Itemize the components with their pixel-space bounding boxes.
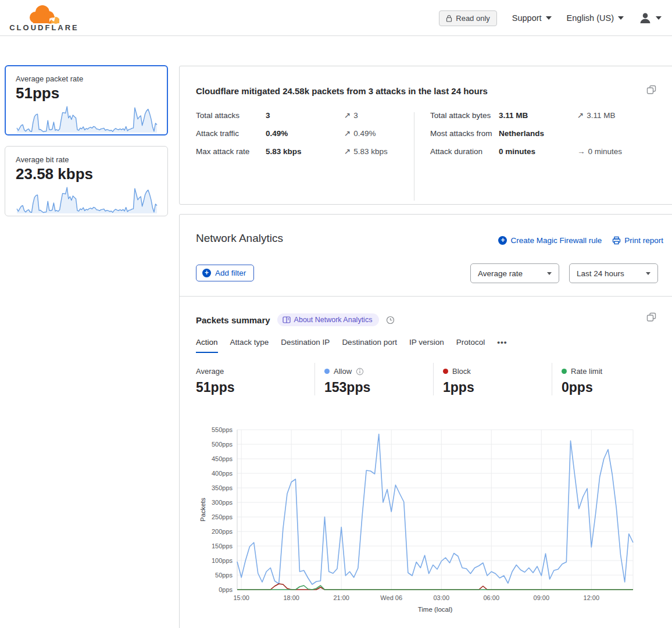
about-badge-label: About Network Analytics bbox=[294, 316, 373, 324]
attack-stats-left: Total attacks3↗3Attack traffic0.49%↗0.49… bbox=[196, 110, 414, 201]
stat-column-header: Allow bbox=[324, 367, 433, 376]
metric-label: Average packet rate bbox=[16, 74, 157, 83]
svg-text:300pps: 300pps bbox=[212, 499, 233, 506]
svg-text:250pps: 250pps bbox=[212, 513, 233, 520]
chevron-down-icon bbox=[547, 272, 552, 275]
tab-destination-ip[interactable]: Destination IP bbox=[281, 338, 330, 353]
attack-stat-row: Most attacks fromNetherlands bbox=[430, 128, 622, 140]
add-filter-label: Add filter bbox=[215, 269, 246, 277]
stat-column-header: Block bbox=[443, 367, 552, 376]
cloudflare-logo[interactable]: CLOUDFLARE bbox=[9, 3, 79, 32]
stat-column-value: 0pps bbox=[562, 380, 670, 395]
attack-stat-row: Total attacks3↗3 bbox=[196, 110, 414, 122]
svg-text:200pps: 200pps bbox=[212, 528, 233, 535]
add-filter-button[interactable]: + Add filter bbox=[196, 265, 254, 281]
chevron-down-icon bbox=[646, 272, 650, 275]
chevron-down-icon bbox=[656, 16, 662, 20]
stat-delta: →0 minutes bbox=[577, 146, 622, 158]
copy-icon[interactable] bbox=[646, 312, 656, 322]
svg-text:15:00: 15:00 bbox=[233, 594, 249, 601]
print-report-label: Print report bbox=[624, 236, 663, 245]
trend-arrow-icon: ↗ bbox=[344, 129, 351, 138]
svg-text:400pps: 400pps bbox=[212, 470, 233, 477]
stat-delta: ↗3 bbox=[344, 110, 358, 122]
svg-text:500pps: 500pps bbox=[212, 441, 233, 448]
svg-text:50pps: 50pps bbox=[215, 572, 233, 579]
svg-text:18:00: 18:00 bbox=[283, 594, 299, 601]
printer-icon bbox=[612, 236, 621, 245]
stat-column-rate-limit: Rate limit0pps bbox=[552, 363, 670, 395]
tab-ip-version[interactable]: IP version bbox=[409, 338, 444, 353]
stat-value: 5.83 kbps bbox=[266, 146, 344, 158]
network-analytics-title: Network Analytics bbox=[196, 232, 283, 245]
packets-chart: 0pps50pps100pps150pps200pps250pps300pps3… bbox=[198, 425, 640, 620]
tab-destination-port[interactable]: Destination port bbox=[342, 338, 397, 353]
attack-stat-row: Total attack bytes3.11 MB↗3.11 MB bbox=[430, 110, 622, 122]
card-average-packet-rate[interactable]: Average packet rate 51pps bbox=[5, 65, 168, 135]
svg-text:Packets: Packets bbox=[199, 498, 206, 522]
stat-column-value: 153pps bbox=[324, 380, 433, 395]
stat-label: Attack traffic bbox=[196, 128, 266, 140]
about-network-analytics-badge[interactable]: About Network Analytics bbox=[277, 313, 380, 326]
trend-arrow-icon: → bbox=[577, 147, 585, 156]
language-menu[interactable]: English (US) bbox=[567, 13, 624, 23]
attack-stat-row: Attack traffic0.49%↗0.49% bbox=[196, 128, 414, 140]
time-range-select[interactable]: Last 24 hours bbox=[569, 263, 658, 283]
tab-more[interactable]: ••• bbox=[497, 338, 507, 353]
stat-value: 3.11 MB bbox=[499, 110, 577, 122]
stat-column-value: 51pps bbox=[196, 380, 314, 395]
legend-dot-icon bbox=[443, 369, 448, 374]
attack-stat-row: Max attack rate5.83 kbps↗5.83 kbps bbox=[196, 146, 414, 158]
print-report-link[interactable]: Print report bbox=[612, 236, 663, 245]
chevron-down-icon bbox=[618, 16, 624, 20]
tab-protocol[interactable]: Protocol bbox=[456, 338, 485, 353]
stat-delta: ↗3.11 MB bbox=[577, 110, 616, 122]
stat-label: Most attacks from bbox=[430, 128, 499, 140]
clock-icon[interactable] bbox=[386, 316, 395, 324]
stat-value: 3 bbox=[266, 110, 344, 122]
plus-circle-icon: + bbox=[498, 236, 507, 245]
svg-text:350pps: 350pps bbox=[212, 484, 233, 491]
stat-delta: ↗5.83 kbps bbox=[344, 146, 388, 158]
top-header: CLOUDFLARE Read only Support English (US… bbox=[0, 0, 672, 36]
attack-summary-panel: Cloudflare mitigated 24.58k packets from… bbox=[179, 66, 672, 205]
svg-text:450pps: 450pps bbox=[212, 455, 233, 462]
attack-stats-grid: Total attacks3↗3Attack traffic0.49%↗0.49… bbox=[196, 110, 666, 201]
svg-text:06:00: 06:00 bbox=[484, 594, 500, 601]
create-rule-label: Create Magic Firewall rule bbox=[510, 236, 602, 245]
copy-icon[interactable] bbox=[646, 85, 656, 95]
packets-summary-tabs: ActionAttack typeDestination IPDestinati… bbox=[196, 338, 507, 353]
metric-value: 51pps bbox=[16, 84, 157, 102]
svg-text:09:00: 09:00 bbox=[534, 594, 550, 601]
attack-summary-title: Cloudflare mitigated 24.58k packets from… bbox=[196, 86, 488, 96]
metric-select[interactable]: Average rate bbox=[470, 263, 559, 283]
support-menu[interactable]: Support bbox=[512, 13, 552, 23]
create-magic-firewall-rule-link[interactable]: + Create Magic Firewall rule bbox=[498, 236, 602, 245]
trend-arrow-icon: ↗ bbox=[577, 111, 584, 120]
info-icon[interactable] bbox=[356, 367, 364, 376]
svg-text:03:00: 03:00 bbox=[433, 594, 449, 601]
stat-column-label: Average bbox=[196, 367, 224, 376]
stat-column-average: Average51pps bbox=[196, 363, 314, 395]
stat-column-header: Average bbox=[196, 367, 314, 376]
card-average-bit-rate[interactable]: Average bit rate 23.58 kbps bbox=[5, 146, 168, 216]
metric-value: 23.58 kbps bbox=[16, 165, 157, 183]
svg-text:12:00: 12:00 bbox=[584, 594, 600, 601]
read-only-badge: Read only bbox=[439, 10, 497, 26]
account-menu[interactable] bbox=[639, 12, 662, 24]
stat-value: 0.49% bbox=[266, 128, 344, 140]
stat-column-label: Allow bbox=[334, 367, 352, 376]
attack-stats-right: Total attack bytes3.11 MB↗3.11 MBMost at… bbox=[414, 110, 622, 201]
svg-text:0pps: 0pps bbox=[219, 586, 233, 593]
packets-summary-stats: Average51ppsAllow153ppsBlock1ppsRate lim… bbox=[196, 363, 670, 395]
stat-column-value: 1pps bbox=[443, 380, 552, 395]
time-range-value: Last 24 hours bbox=[577, 269, 624, 278]
stat-label: Total attack bytes bbox=[430, 110, 499, 122]
section-divider bbox=[180, 296, 672, 297]
packets-chart-container: 0pps50pps100pps150pps200pps250pps300pps3… bbox=[198, 425, 640, 622]
stat-column-label: Rate limit bbox=[571, 367, 602, 376]
tab-attack-type[interactable]: Attack type bbox=[230, 338, 269, 353]
tab-action[interactable]: Action bbox=[196, 338, 218, 353]
read-only-label: Read only bbox=[456, 14, 490, 23]
stat-label: Attack duration bbox=[430, 146, 499, 158]
